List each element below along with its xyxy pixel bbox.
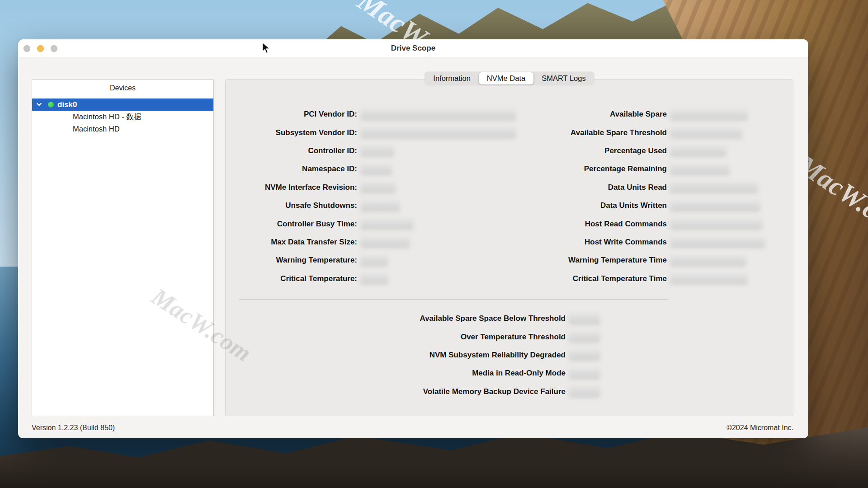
field-row: Critical Temperature Time xyxy=(497,270,765,288)
redacted-value xyxy=(360,218,414,230)
redacted-value xyxy=(360,127,516,139)
field-label: Host Write Commands xyxy=(497,238,667,247)
redacted-value xyxy=(670,145,726,157)
tab-smart-logs[interactable]: SMART Logs xyxy=(533,72,594,84)
copyright-label: ©2024 Micromat Inc. xyxy=(726,424,793,432)
field-row: Percentage Used xyxy=(497,142,765,160)
window-title: Drive Scope xyxy=(391,44,435,53)
device-row-macintosh-hd-[interactable]: Macintosh HD - 数据 xyxy=(32,111,213,123)
field-row: Namespace ID: xyxy=(226,160,516,178)
field-label: Media in Read-Only Mode xyxy=(226,369,566,378)
redacted-value xyxy=(360,108,516,121)
field-row: Host Write Commands xyxy=(497,233,765,251)
redacted-value xyxy=(670,200,760,212)
field-row: NVMe Interface Revision: xyxy=(226,178,516,197)
device-label: Macintosh HD - 数据 xyxy=(73,112,141,122)
field-label: Critical Temperature Time xyxy=(497,274,667,283)
redacted-value xyxy=(569,367,600,380)
field-label: PCI Vendor ID: xyxy=(226,110,357,119)
field-row: Over Temperature Threshold xyxy=(226,328,600,346)
section-divider xyxy=(239,299,668,300)
redacted-value xyxy=(670,108,748,121)
redacted-value xyxy=(670,127,742,139)
field-label: Max Data Transfer Size: xyxy=(226,238,357,247)
devices-panel: Devices disk0Macintosh HD - 数据Macintosh … xyxy=(32,79,214,416)
field-label: Data Units Read xyxy=(497,183,667,192)
window-titlebar[interactable]: Drive Scope xyxy=(18,39,808,57)
nvme-data-panel: PCI Vendor ID:Subsystem Vendor ID:Contro… xyxy=(225,79,793,416)
device-row-macintosh-hd[interactable]: Macintosh HD xyxy=(32,123,213,135)
devices-header: Devices xyxy=(32,80,213,97)
redacted-value xyxy=(360,181,396,193)
device-row-disk0[interactable]: disk0 xyxy=(32,99,213,111)
field-row: Warning Temperature: xyxy=(226,251,516,269)
field-row: Controller ID: xyxy=(226,142,516,160)
drive-scope-window: Drive Scope Devices disk0Macintosh HD - … xyxy=(18,39,808,438)
redacted-value xyxy=(360,254,388,267)
device-label: disk0 xyxy=(57,100,77,109)
field-label: Controller ID: xyxy=(226,146,357,155)
redacted-value xyxy=(670,254,746,267)
field-row: NVM Subsystem Reliability Degraded xyxy=(226,346,600,364)
field-label: Available Spare Threshold xyxy=(497,128,667,137)
redacted-value xyxy=(670,181,758,193)
redacted-value xyxy=(569,313,600,325)
field-row: Available Spare xyxy=(497,105,765,123)
field-row: Warning Temperature Time xyxy=(497,251,765,269)
field-row: Subsystem Vendor ID: xyxy=(226,123,516,141)
device-label: Macintosh HD xyxy=(73,125,120,133)
chevron-down-icon[interactable] xyxy=(36,103,43,107)
field-row: Percentage Remaining xyxy=(497,160,765,178)
minimize-button[interactable] xyxy=(37,45,44,52)
field-row: Max Data Transfer Size: xyxy=(226,233,516,251)
field-label: Available Spare xyxy=(497,110,667,119)
field-label: Namespace ID: xyxy=(226,164,357,174)
field-label: Percentage Remaining xyxy=(497,164,667,174)
zoom-button[interactable] xyxy=(51,45,57,52)
field-row: Available Spare Threshold xyxy=(497,123,765,141)
field-row: Available Spare Space Below Threshold xyxy=(226,310,600,328)
field-label: Available Spare Space Below Threshold xyxy=(226,314,566,323)
field-row: Data Units Read xyxy=(497,178,765,197)
tab-bar: InformationNVMe DataSMART Logs xyxy=(425,72,594,85)
traffic-lights xyxy=(24,39,57,57)
nvme-left-column: PCI Vendor ID:Subsystem Vendor ID:Contro… xyxy=(226,105,516,288)
close-button[interactable] xyxy=(24,45,30,52)
field-label: Warning Temperature: xyxy=(226,256,357,265)
tab-information[interactable]: Information xyxy=(425,72,479,84)
field-label: Volatile Memory Backup Device Failure xyxy=(226,387,566,396)
redacted-value xyxy=(360,272,388,285)
redacted-value xyxy=(670,236,765,248)
field-label: Over Temperature Threshold xyxy=(226,333,566,342)
redacted-value xyxy=(670,272,748,285)
field-label: NVM Subsystem Reliability Degraded xyxy=(226,351,566,360)
device-list: disk0Macintosh HD - 数据Macintosh HD xyxy=(32,99,213,135)
redacted-value xyxy=(360,200,400,212)
field-label: Host Read Commands xyxy=(497,220,667,229)
field-label: Data Units Written xyxy=(497,201,667,210)
field-label: NVMe Interface Revision: xyxy=(226,183,357,192)
field-row: Controller Busy Time: xyxy=(226,215,516,233)
field-row: Critical Temperature: xyxy=(226,270,516,288)
version-label: Version 1.2.23 (Build 850) xyxy=(32,424,115,432)
field-row: Data Units Written xyxy=(497,197,765,215)
redacted-value xyxy=(569,349,600,361)
field-label: Controller Busy Time: xyxy=(226,220,357,229)
field-label: Subsystem Vendor ID: xyxy=(226,128,357,137)
nvme-right-column: Available SpareAvailable Spare Threshold… xyxy=(497,105,765,288)
field-label: Warning Temperature Time xyxy=(497,256,667,265)
field-label: Unsafe Shutdowns: xyxy=(226,201,357,210)
field-row: Media in Read-Only Mode xyxy=(226,364,600,382)
redacted-value xyxy=(360,145,394,157)
field-label: Percentage Used xyxy=(497,146,667,155)
field-label: Critical Temperature: xyxy=(226,274,357,283)
nvme-flags-column: Available Spare Space Below ThresholdOve… xyxy=(226,310,600,401)
redacted-value xyxy=(360,236,410,248)
status-dot-green-icon xyxy=(48,102,54,108)
redacted-value xyxy=(360,163,392,175)
field-row: Host Read Commands xyxy=(497,215,765,233)
redacted-value xyxy=(569,331,600,343)
tab-nvme-data[interactable]: NVMe Data xyxy=(479,72,533,84)
redacted-value xyxy=(569,385,600,398)
field-row: Volatile Memory Backup Device Failure xyxy=(226,383,600,401)
